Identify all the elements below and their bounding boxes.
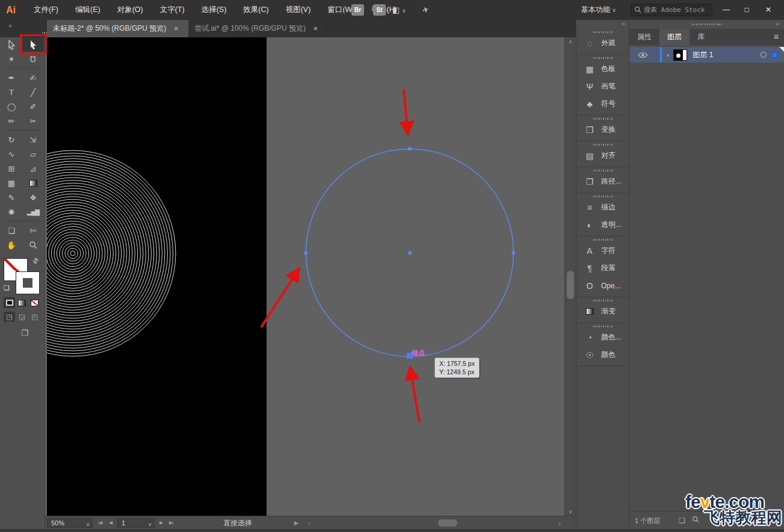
swap-fill-stroke-icon[interactable]: ⇄ — [31, 255, 41, 265]
menu-type[interactable]: 文字(T) — [152, 0, 193, 20]
horizontal-scroll-thumb[interactable] — [438, 519, 457, 527]
panel-drag-dots[interactable] — [692, 23, 722, 25]
tool-rotate[interactable]: ↻ — [1, 132, 22, 147]
status-expand-icon[interactable]: ▶ — [294, 516, 298, 530]
layer-name[interactable]: 图层 1 — [693, 50, 761, 60]
tool-width[interactable]: ∿ — [1, 147, 22, 161]
tab-layers[interactable]: 图层 — [659, 29, 690, 45]
tab-properties[interactable]: 属性 — [629, 29, 659, 45]
rail-group-drag-dots[interactable] — [593, 118, 613, 120]
gpu-performance-icon[interactable]: ✈ — [419, 0, 433, 20]
vertical-scrollbar[interactable]: ∧ ∨ — [564, 37, 576, 516]
stock-button[interactable]: St — [373, 4, 386, 16]
scroll-down-icon[interactable]: ∨ — [565, 509, 576, 515]
right-anchor[interactable] — [512, 252, 516, 255]
rail-item-color-guide[interactable]: ◔颜色... — [576, 329, 629, 346]
tool-eyedropper[interactable]: ✎ — [1, 190, 22, 205]
rail-item-color[interactable]: ☉颜色 — [576, 346, 629, 363]
tool-symbol-sprayer[interactable]: ✺ — [1, 205, 22, 219]
locate-object-icon[interactable] — [692, 512, 699, 530]
draw-behind-button[interactable]: ◲ — [16, 312, 28, 322]
rail-item-appearance[interactable]: ◌外观 — [576, 34, 629, 52]
tool-paintbrush[interactable]: ✐ — [22, 99, 44, 114]
top-anchor[interactable] — [408, 147, 412, 151]
rail-group-drag-dots[interactable] — [593, 300, 613, 302]
rail-item-character[interactable]: A字符 — [576, 242, 629, 259]
collapse-panels-icon[interactable]: » — [776, 20, 779, 27]
tool-selection[interactable] — [1, 37, 22, 52]
default-fill-stroke-icon[interactable]: ❏ — [4, 284, 13, 293]
tool-scale[interactable]: ⇲ — [22, 132, 44, 147]
rail-item-opentype[interactable]: OOpe... — [576, 277, 629, 294]
rail-item-transparency[interactable]: ◐透明... — [576, 216, 629, 234]
rail-item-symbols[interactable]: ♣符号 — [576, 95, 629, 113]
tab-close-icon[interactable]: ✕ — [174, 25, 179, 32]
tool-slice[interactable]: ✄ — [22, 223, 44, 238]
rail-group-drag-dots[interactable] — [593, 57, 613, 59]
layer-target-icon[interactable] — [761, 52, 767, 58]
rail-item-pathfinder[interactable]: ❐路径... — [576, 173, 629, 190]
maximize-button[interactable]: □ — [738, 0, 756, 20]
rail-item-gradient[interactable]: 渐变 — [576, 303, 629, 320]
tool-ellipse[interactable]: ◯ — [1, 99, 22, 114]
tool-magic-wand[interactable]: ✶ — [1, 52, 22, 66]
canvas[interactable]: 锚点 X: 1757.5 px Y: 1249.5 px — [45, 37, 564, 516]
tool-zoom[interactable] — [22, 238, 44, 252]
selected-circle[interactable] — [304, 147, 516, 359]
rail-group-drag-dots[interactable] — [593, 31, 613, 33]
tool-scissors[interactable]: ✂ — [22, 114, 44, 128]
expand-panels-icon[interactable]: « — [622, 20, 625, 27]
menu-file[interactable]: 文件(F) — [25, 0, 67, 20]
tool-mesh[interactable]: ▦ — [1, 176, 22, 190]
menu-effect[interactable]: 效果(C) — [235, 0, 277, 20]
layer-selection-chip[interactable] — [772, 52, 777, 58]
gradient-mode-button[interactable] — [16, 297, 28, 308]
screen-mode-button[interactable]: ❐ — [14, 327, 35, 339]
scroll-up-icon[interactable]: ∧ — [565, 39, 576, 45]
tool-hand[interactable]: ✋ — [1, 238, 22, 252]
tab-changshi-ai[interactable]: 尝试.ai* @ 100% (RGB/GPU 预览) ✕ — [188, 20, 328, 37]
panel-menu-icon[interactable]: ≡ — [774, 29, 779, 45]
layer-expand-icon[interactable]: › — [667, 52, 668, 58]
menu-select[interactable]: 选择(S) — [193, 0, 235, 20]
zoom-level-select[interactable]: 50% ∨ — [47, 518, 93, 528]
color-mode-button[interactable] — [4, 297, 15, 308]
tool-pen[interactable]: ✒ — [1, 70, 22, 85]
tool-free-transform[interactable]: ▱ — [22, 147, 44, 161]
prev-artboard-button[interactable]: ◀ — [109, 516, 112, 530]
rail-item-stroke[interactable]: ≡描边 — [576, 199, 629, 216]
stroke-swatch[interactable] — [16, 271, 40, 294]
ai-logo[interactable]: Ai — [6, 0, 16, 20]
tool-pencil[interactable]: ✏ — [1, 114, 22, 128]
menu-edit[interactable]: 编辑(E) — [67, 0, 109, 20]
bridge-button[interactable]: Br — [351, 4, 364, 16]
horizontal-scrollbar[interactable]: ‹ › — [307, 516, 564, 530]
tool-artboard[interactable]: ❏ — [1, 223, 22, 238]
minimize-button[interactable]: — — [717, 0, 735, 20]
visibility-toggle[interactable] — [629, 47, 656, 63]
close-button[interactable]: ✕ — [757, 0, 780, 20]
layer-thumbnail[interactable] — [673, 49, 687, 61]
rail-group-drag-dots[interactable] — [593, 326, 613, 327]
layer-row[interactable]: › 图层 1 — [629, 47, 784, 63]
left-anchor[interactable] — [304, 252, 308, 255]
workspace-switcher[interactable]: 基本功能 ∨ — [581, 0, 616, 20]
rail-item-brushes[interactable]: Ψ画笔 — [576, 78, 629, 95]
rail-item-swatches[interactable]: ▦色板 — [576, 60, 629, 78]
tool-curvature[interactable]: ✍ — [22, 70, 44, 85]
tool-blend[interactable]: ❖ — [22, 190, 44, 205]
tool-perspective-grid[interactable]: ⊿ — [22, 161, 44, 176]
rail-group-drag-dots[interactable] — [593, 170, 613, 172]
arrange-documents-icon[interactable]: ◧ ∨ — [392, 0, 406, 21]
tool-shape-builder[interactable]: ⊞ — [1, 161, 22, 176]
collect-for-export-icon[interactable]: ❏ — [679, 512, 685, 530]
rail-item-align[interactable]: ▤对齐 — [576, 147, 629, 164]
tool-line-segment[interactable]: ╱ — [22, 85, 44, 99]
none-mode-button[interactable] — [29, 297, 40, 308]
search-adobe-stock-input[interactable]: 搜索 Adobe Stock — [631, 4, 712, 16]
first-artboard-button[interactable]: |◀ — [98, 516, 102, 530]
menu-object[interactable]: 对象(O) — [109, 0, 152, 20]
menu-view[interactable]: 视图(V) — [277, 0, 319, 20]
artboard-number-select[interactable]: 1 ∨ — [117, 518, 155, 528]
rail-group-drag-dots[interactable] — [593, 144, 613, 146]
